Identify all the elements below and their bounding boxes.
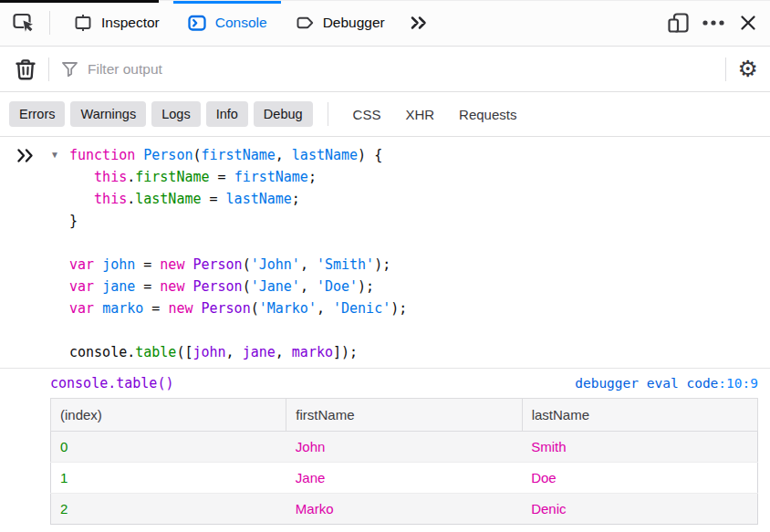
debugger-icon <box>295 13 315 33</box>
table-body: 0JohnSmith1JaneDoe2MarkoDenic <box>51 432 758 525</box>
table-row: 2MarkoDenic <box>51 494 758 525</box>
table-row: 1JaneDoe <box>51 463 758 494</box>
console-input-echo: ▼ function Person(firstName, lastName) {… <box>0 137 770 368</box>
code-line: var john = new Person('John', 'Smith'); <box>69 254 770 276</box>
code-line: this.lastName = lastName; <box>69 188 770 210</box>
clear-console-button[interactable] <box>12 56 39 83</box>
gear-icon: ⚙ <box>738 57 758 80</box>
devtools-window: Inspector Console Debugger <box>0 0 770 532</box>
filter-output-input[interactable] <box>86 60 600 78</box>
table-row: 0JohnSmith <box>51 432 758 463</box>
console-table-message-label: console.table() <box>50 373 173 394</box>
window-controls <box>662 6 765 39</box>
code-line <box>69 232 770 254</box>
input-echo-chevron-icon <box>16 148 36 163</box>
settings-button[interactable]: ⚙ <box>735 57 770 80</box>
code-line <box>69 319 770 341</box>
table-header-index[interactable]: (index) <box>51 399 286 432</box>
tab-label: Console <box>215 15 267 31</box>
more-tabs-button[interactable] <box>408 13 430 33</box>
tab-label: Debugger <box>323 15 385 31</box>
code-line: console.table([john, jane, marko]); <box>69 341 770 363</box>
tab-inspector[interactable]: Inspector <box>59 0 173 46</box>
filter-category-requests[interactable]: Requests <box>459 107 516 122</box>
source-location-position: :10:9 <box>718 376 758 391</box>
filter-pill-info[interactable]: Info <box>206 101 248 127</box>
filter-pill-warnings[interactable]: Warnings <box>70 101 146 127</box>
close-icon <box>740 15 756 31</box>
log-level-filter-row: Errors Warnings Logs Info Debug CSS XHR … <box>0 92 770 137</box>
expand-twisty-icon[interactable]: ▼ <box>50 150 59 161</box>
filter-pill-logs[interactable]: Logs <box>151 101 200 127</box>
filter-pill-errors[interactable]: Errors <box>9 101 65 127</box>
menu-button[interactable] <box>697 6 730 39</box>
table-cell-index: 2 <box>51 494 286 525</box>
screen-edge-artifact <box>0 0 159 3</box>
source-location-file: debugger eval code <box>575 376 718 391</box>
code-line: function Person(firstName, lastName) { <box>69 144 770 166</box>
close-button[interactable] <box>732 6 765 39</box>
filter-pill-debug[interactable]: Debug <box>254 101 313 127</box>
table-cell-index: 0 <box>51 432 286 463</box>
console-table: (index) firstName lastName 0JohnSmith1Ja… <box>50 398 758 525</box>
source-location-link[interactable]: debugger eval code:10:9 <box>575 373 758 394</box>
filter-category-xhr[interactable]: XHR <box>405 107 434 122</box>
code-line: this.firstName = firstName; <box>69 166 770 188</box>
table-header-firstname[interactable]: firstName <box>286 399 522 432</box>
toolbar-separator <box>48 57 49 81</box>
table-cell-index: 1 <box>51 463 286 494</box>
filter-category-css[interactable]: CSS <box>353 107 381 122</box>
inspector-icon <box>73 13 93 33</box>
console-icon <box>187 13 207 33</box>
toolbar-separator <box>328 102 328 126</box>
toolbar-separator <box>725 57 726 81</box>
table-cell-value: Jane <box>286 463 522 494</box>
code-line: var marko = new Person('Marko', 'Denic')… <box>69 297 770 319</box>
table-cell-value: Smith <box>522 432 757 463</box>
devtools-tab-bar: Inspector Console Debugger <box>0 0 770 47</box>
table-cell-value: John <box>286 432 522 463</box>
code-line: } <box>69 210 770 232</box>
filter-bar-right: ⚙ <box>716 57 770 81</box>
table-cell-value: Marko <box>286 494 522 525</box>
table-header-lastname[interactable]: lastName <box>522 399 757 432</box>
tab-debugger[interactable]: Debugger <box>281 0 399 46</box>
chevron-double-right-icon <box>408 13 430 33</box>
trash-icon <box>13 57 38 82</box>
node-picker-icon <box>12 11 36 35</box>
responsive-design-icon <box>667 11 691 35</box>
toolbar-separator <box>49 11 50 35</box>
console-input-code: function Person(firstName, lastName) { t… <box>69 144 770 363</box>
filter-funnel-icon <box>60 59 79 78</box>
table-cell-value: Doe <box>522 463 757 494</box>
category-filters: CSS XHR Requests <box>353 107 517 122</box>
tab-label: Inspector <box>101 15 160 31</box>
node-picker-button[interactable] <box>7 6 40 39</box>
responsive-design-button[interactable] <box>662 6 695 39</box>
tab-console[interactable]: Console <box>173 0 281 46</box>
console-table-message: console.table() debugger eval code:10:9 <box>0 368 770 398</box>
code-line: var jane = new Person('Jane', 'Doe'); <box>69 276 770 297</box>
table-cell-value: Denic <box>522 494 757 525</box>
console-filter-bar: ⚙ <box>0 47 770 92</box>
table-header-row: (index) firstName lastName <box>51 399 758 432</box>
meatballs-icon <box>702 19 725 26</box>
